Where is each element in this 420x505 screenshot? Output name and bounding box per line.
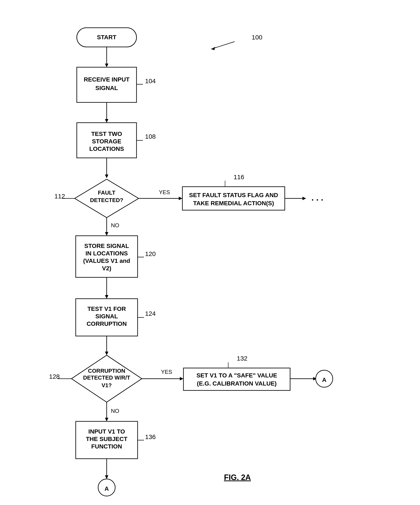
- svg-marker-6: [105, 119, 108, 123]
- corruption-line1: CORRUPTION: [88, 368, 125, 374]
- ref-120: 120: [145, 250, 156, 257]
- input-v1-line2: THE SUBJECT: [86, 436, 127, 442]
- svg-marker-3: [105, 63, 108, 67]
- test-v1-line3: CORRUPTION: [87, 321, 127, 327]
- svg-marker-26: [180, 377, 183, 380]
- svg-marker-34: [105, 475, 108, 479]
- corruption-line2: DETECTED W/R/T: [83, 374, 130, 381]
- test-v1-line1: TEST V1 FOR: [88, 305, 126, 312]
- set-v1-node: [183, 368, 290, 391]
- set-fault-line2: TAKE REMEDIAL ACTION(S): [193, 200, 274, 207]
- yes-label2: YES: [161, 369, 172, 375]
- ref-132: 132: [237, 355, 247, 362]
- ref-136: 136: [145, 433, 156, 440]
- svg-marker-9: [105, 175, 108, 178]
- test-two-line2: STORAGE: [92, 138, 121, 145]
- connector-a-top-label: A: [322, 377, 326, 383]
- ref-116: 116: [234, 173, 244, 181]
- set-v1-line2: (E.G. CALIBRATION VALUE): [197, 380, 277, 387]
- test-two-line3: LOCATIONS: [89, 145, 124, 152]
- corruption-line3: V1?: [101, 382, 112, 389]
- input-v1-line1: INPUT V1 TO: [88, 428, 125, 435]
- no-label1: NO: [111, 222, 119, 228]
- test-v1-line2: SIGNAL: [95, 313, 118, 320]
- figure-label: FIG. 2A: [224, 473, 251, 482]
- svg-marker-17: [105, 232, 108, 236]
- test-two-line1: TEST TWO: [91, 131, 122, 137]
- start-label: START: [97, 34, 116, 41]
- diagram-container: 100 START RECEIVE INPUT SIGNAL 104 TEST …: [0, 0, 420, 505]
- continuation-dots: . . .: [311, 193, 323, 202]
- yes-label1: YES: [159, 189, 170, 196]
- no-label2: NO: [111, 408, 119, 414]
- ref-104: 104: [145, 77, 156, 84]
- set-v1-line1: SET V1 TO A "SAFE" VALUE: [196, 372, 277, 379]
- ref-108: 108: [145, 133, 156, 140]
- store-signal-line2: IN LOCATIONS: [86, 250, 128, 257]
- svg-marker-20: [105, 295, 108, 299]
- store-signal-line1: STORE SIGNAL: [84, 243, 129, 249]
- fault-detected-line1: FAULT: [98, 189, 115, 196]
- connector-a-bottom-label: A: [105, 485, 109, 492]
- svg-marker-1: [211, 47, 215, 50]
- store-signal-line3: (VALUES V1 and: [83, 258, 130, 264]
- ref-100: 100: [252, 34, 262, 41]
- receive-input-line2: SIGNAL: [95, 85, 118, 91]
- fault-detected-line2: DETECTED?: [90, 197, 123, 203]
- ref-124: 124: [145, 310, 156, 317]
- svg-marker-23: [105, 352, 108, 355]
- set-fault-line1: SET FAULT STATUS FLAG AND: [189, 192, 278, 198]
- receive-input-line1: RECEIVE INPUT: [84, 76, 130, 83]
- svg-marker-31: [105, 418, 108, 421]
- svg-marker-15: [302, 197, 306, 200]
- input-v1-line3: FUNCTION: [91, 443, 122, 450]
- svg-marker-12: [179, 197, 182, 200]
- store-signal-line4: V2): [102, 265, 111, 271]
